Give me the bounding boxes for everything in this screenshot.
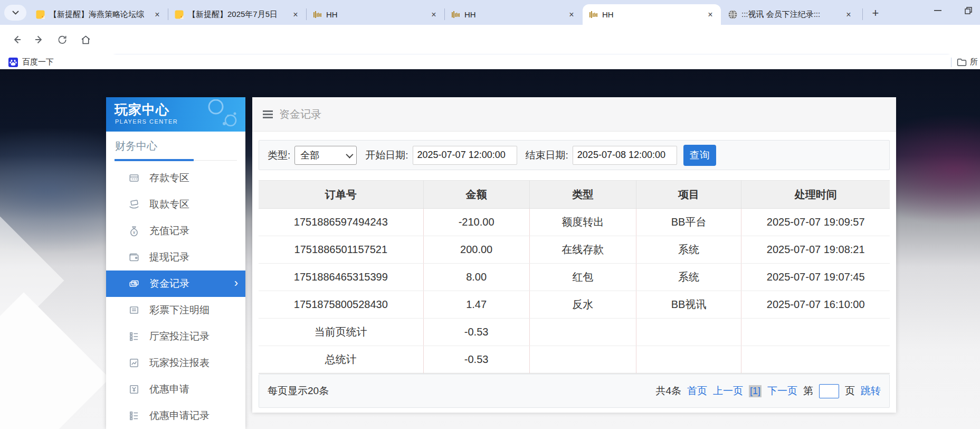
next-page-link[interactable]: 下一页 — [767, 384, 797, 398]
list-card-icon — [128, 304, 140, 316]
sidebar-item-label: 充值记录 — [149, 224, 189, 238]
gold-waveform-favicon-icon — [589, 10, 598, 19]
tab-close-icon[interactable]: × — [152, 10, 163, 20]
window-minimize-button[interactable] — [926, 0, 949, 21]
table-row: 1751886597494243 -210.00 额度转出 BB平台 2025-… — [259, 209, 890, 236]
tab-title: 【新提醒】2025年7月5日 — [188, 10, 287, 20]
tab-close-icon[interactable]: × — [705, 10, 716, 20]
tab-close-icon[interactable]: × — [843, 10, 854, 20]
end-date-label: 结束日期: — [526, 148, 568, 162]
globe-favicon-icon — [728, 10, 737, 19]
baidu-paw-icon — [8, 58, 18, 67]
tab-close-icon[interactable]: × — [290, 10, 301, 20]
empty-cell — [636, 346, 741, 374]
folder-icon[interactable] — [957, 58, 967, 67]
minimize-icon — [934, 10, 941, 11]
tab-title: 【新提醒】海燕策略论坛综 — [49, 10, 149, 20]
summary-amount: -0.53 — [423, 319, 529, 346]
tab-close-icon[interactable]: × — [429, 10, 439, 20]
end-date-input[interactable] — [573, 146, 677, 165]
hand-card-icon — [128, 199, 140, 210]
reload-icon — [57, 34, 68, 45]
cell-type: 反水 — [529, 291, 636, 319]
start-date-input[interactable] — [413, 146, 517, 165]
tab-divider — [862, 8, 863, 20]
menu-hamburger-icon[interactable] — [263, 110, 273, 118]
home-button[interactable] — [77, 31, 94, 48]
tab-video-records[interactable]: :::视讯 会员下注纪录::: × — [722, 4, 859, 25]
first-page-link[interactable]: 首页 — [687, 384, 707, 398]
tab-hh-2[interactable]: HH × — [445, 4, 582, 25]
sidebar-item-label: 提现记录 — [149, 250, 189, 264]
sidebar-item-label: 取款专区 — [149, 198, 189, 211]
tab-forum-2[interactable]: 【新提醒】2025年7月5日 × — [168, 4, 306, 25]
cell-project: BB平台 — [636, 209, 741, 236]
summary-label: 当前页统计 — [259, 319, 423, 346]
cell-amount: 200.00 — [423, 236, 529, 264]
type-select-value: 全部 — [300, 149, 319, 162]
cell-time: 2025-07-07 16:10:00 — [741, 291, 890, 319]
section-divider-accent — [115, 159, 194, 161]
page-header: 资金记录 — [252, 97, 896, 132]
sidebar-item-label: 优惠申请 — [149, 383, 189, 396]
sidebar-item-promo-application-records[interactable]: 优惠申请记录 — [106, 403, 245, 429]
cell-time: 2025-07-07 19:08:21 — [741, 236, 890, 264]
bookmark-baidu[interactable]: 百度一下 — [8, 57, 54, 67]
sidebar-title: 玩家中心 — [115, 101, 169, 118]
column-header: 订单号 — [259, 181, 423, 209]
column-header: 类型 — [529, 181, 636, 209]
section-title: 财务中心 — [115, 139, 157, 153]
sidebar-section-header: 财务中心 — [106, 132, 245, 165]
bookmark-label: 百度一下 — [22, 57, 54, 67]
sidebar-item-recharge-records[interactable]: ¥ 充值记录 — [106, 218, 245, 244]
summary-label: 总统计 — [259, 346, 423, 374]
type-select[interactable]: 全部 — [294, 146, 357, 165]
table-row: 1751886465315399 8.00 红包 系统 2025-07-07 1… — [259, 264, 890, 291]
sidebar-item-withdrawal-records[interactable]: 提现记录 — [106, 244, 245, 271]
column-header: 处理时间 — [741, 181, 890, 209]
cell-project: 系统 — [636, 236, 741, 264]
summary-row-total: 总统计 -0.53 — [259, 346, 890, 374]
cell-amount: 1.47 — [423, 291, 529, 319]
sidebar-item-player-bet-report[interactable]: 玩家投注报表 — [106, 350, 245, 376]
tab-forum-1[interactable]: 【新提醒】海燕策略论坛综 × — [30, 4, 168, 25]
forum-favicon-icon — [175, 10, 184, 19]
tab-hh-1[interactable]: HH × — [307, 4, 444, 25]
reload-button[interactable] — [54, 31, 71, 48]
browser-tab-strip: 【新提醒】海燕策略论坛综 × 【新提醒】2025年7月5日 × HH × HH … — [0, 0, 980, 25]
column-header: 项目 — [636, 181, 741, 209]
column-header: 金额 — [423, 181, 529, 209]
chevron-down-icon — [12, 11, 19, 15]
table-row: 1751875800528430 1.47 反水 BB视讯 2025-07-07… — [259, 291, 890, 319]
cell-amount: 8.00 — [423, 264, 529, 291]
new-tab-button[interactable]: + — [868, 5, 883, 21]
all-bookmarks-label[interactable]: 所 — [970, 57, 978, 67]
sidebar-item-withdraw-zone[interactable]: 取款专区 — [106, 191, 245, 218]
tab-close-icon[interactable]: × — [566, 10, 577, 20]
sidebar-item-lottery-bet-details[interactable]: 彩票下注明细 — [106, 297, 245, 323]
jump-page-input[interactable] — [819, 384, 839, 398]
tab-search-button[interactable] — [4, 5, 26, 21]
player-center-sidebar: 玩家中心 PLAYERS CENTER 财务中心 存款专区 取款专区 ¥ 充值记… — [106, 97, 245, 429]
restore-icon — [965, 7, 972, 14]
jump-button[interactable]: 跳转 — [861, 384, 881, 398]
search-button[interactable]: 查询 — [683, 145, 716, 166]
chevron-down-icon — [346, 151, 354, 158]
table-header-row: 订单号 金额 类型 项目 处理时间 — [259, 181, 890, 209]
jump-suffix-text: 页 — [845, 384, 855, 398]
sidebar-item-fund-records[interactable]: 资金记录 › — [106, 271, 245, 297]
sidebar-item-promo-application[interactable]: 优惠申请 — [106, 376, 245, 403]
tab-hh-active[interactable]: HH × — [583, 4, 721, 25]
cell-order-id: 1751886501157521 — [259, 236, 423, 264]
forward-button[interactable] — [31, 31, 47, 48]
prev-page-link[interactable]: 上一页 — [713, 384, 743, 398]
sidebar-item-label: 玩家投注报表 — [149, 356, 210, 370]
sidebar-item-hall-bet-records[interactable]: 厅室投注记录 — [106, 323, 245, 350]
sidebar-item-deposit-zone[interactable]: 存款专区 — [106, 165, 245, 191]
total-count-text: 共4条 — [655, 384, 681, 398]
cell-time: 2025-07-07 19:07:45 — [741, 264, 890, 291]
empty-cell — [741, 319, 890, 346]
back-button[interactable] — [8, 31, 25, 48]
window-restore-button[interactable] — [957, 0, 980, 21]
jump-prefix-text: 第 — [803, 384, 813, 398]
